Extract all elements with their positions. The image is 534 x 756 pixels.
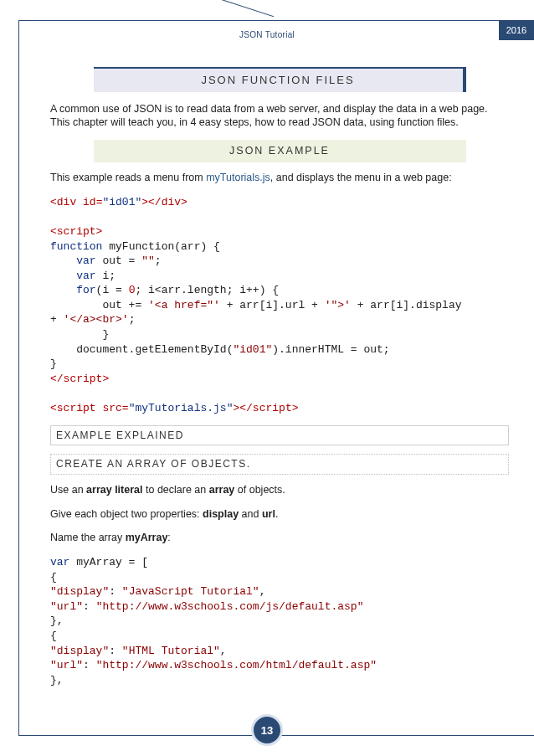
code-str: "" — [141, 255, 155, 267]
code-tag: <div — [50, 196, 83, 208]
subsection-explained: EXAMPLE EXPLAINED — [50, 425, 509, 445]
code-text: : — [109, 585, 122, 598]
section-banner-functions: JSON FUNCTION FILES — [94, 67, 466, 92]
code-text: , — [220, 645, 227, 657]
code-text: (i = — [96, 284, 129, 296]
text-bold: display — [203, 508, 239, 520]
code-attr: id — [83, 196, 96, 208]
code-text: , — [259, 585, 266, 598]
code-text: out += — [50, 299, 148, 311]
para-array-literal: Use an array literal to declare an array… — [50, 483, 509, 497]
text-bold: array — [209, 484, 235, 496]
text: Use an — [50, 484, 86, 496]
text: of objects. — [234, 484, 285, 496]
text-bold: myArray — [126, 532, 168, 543]
code-text: document.getElementById( — [50, 343, 233, 356]
content-area: JSON FUNCTION FILES A common use of JSON… — [50, 67, 509, 697]
code-str: "url" — [50, 659, 83, 671]
text: Name the array — [50, 532, 126, 543]
code-str: '</a><br>' — [64, 313, 129, 326]
code-str: '<a href="' — [148, 299, 220, 311]
text: to declare an — [143, 484, 209, 496]
text-bold: array literal — [86, 484, 142, 496]
code-text: : — [109, 645, 122, 657]
code-text: ; — [129, 313, 136, 326]
code-text: : — [83, 600, 96, 613]
code-kw: var — [50, 270, 96, 282]
code-str: "http://www.w3schools.com/html/default.a… — [96, 659, 377, 671]
code-text: } — [50, 328, 109, 341]
code-text: + arr[i].url + — [220, 299, 325, 311]
code-str: "id01" — [102, 196, 141, 208]
code-text: i; — [96, 270, 116, 282]
code-text: { — [50, 571, 57, 584]
code-str: "http://www.w3schools.com/js/default.asp… — [96, 600, 364, 613]
para-name-array: Name the array myArray: — [50, 531, 509, 545]
code-str: "JavaScript Tutorial" — [122, 585, 259, 598]
code-block-2: var myArray = [ { "display": "JavaScript… — [50, 555, 509, 687]
code-str: "id01" — [233, 343, 272, 356]
code-str: "HTML Tutorial" — [122, 645, 220, 657]
code-text: out = — [96, 255, 142, 267]
text: This example reads a menu from — [50, 172, 206, 183]
code-kw: for — [50, 284, 96, 296]
code-str: "display" — [50, 645, 109, 657]
intro-paragraph: A common use of JSON is to read data fro… — [50, 102, 509, 131]
text: Give each object two properties: — [50, 508, 203, 520]
document-title: JSON Tutorial — [0, 30, 534, 39]
code-str: "myTutorials.js" — [129, 402, 234, 414]
code-text: }, — [50, 674, 64, 687]
section-banner-example: JSON EXAMPLE — [94, 140, 466, 162]
code-tag: </script> — [50, 373, 109, 385]
para-properties: Give each object two properties: display… — [50, 507, 509, 522]
code-str: "display" — [50, 585, 109, 598]
code-text: { — [50, 630, 57, 642]
code-tag: <script> — [50, 225, 102, 238]
text: . — [275, 508, 278, 520]
code-text: + arr[i].display — [351, 299, 462, 311]
code-text: ; — [155, 255, 162, 267]
page: 2016 JSON Tutorial JSON FUNCTION FILES A… — [0, 0, 534, 756]
code-text: myArray = [ — [69, 556, 148, 568]
text: and — [239, 508, 262, 520]
code-text: myFunction(arr) { — [102, 240, 219, 253]
code-text: ; i<arr.length; i++) { — [135, 284, 279, 296]
text: , and displays the menu in a web page: — [270, 172, 452, 183]
code-str: "url" — [50, 600, 83, 613]
example-intro: This example reads a menu from myTutoria… — [50, 171, 509, 185]
code-kw: var — [50, 556, 69, 568]
code-eq: = — [122, 402, 129, 414]
code-text: }, — [50, 615, 64, 627]
code-text: ).innerHTML = out; — [272, 343, 389, 356]
text: : — [167, 532, 170, 543]
code-str: '">' — [325, 299, 351, 311]
code-kw: var — [50, 255, 96, 267]
file-link: myTutorials.js — [206, 172, 270, 183]
subsection-create-array: CREATE AN ARRAY OF OBJECTS. — [50, 454, 509, 474]
code-text: + — [50, 313, 64, 326]
code-kw: function — [50, 240, 102, 253]
text-bold: url — [262, 508, 275, 520]
code-tag: <script — [50, 402, 102, 414]
page-number-badge: 13 — [251, 714, 283, 746]
code-tag: ></script> — [233, 402, 298, 414]
code-attr: src — [102, 402, 121, 414]
code-text: } — [50, 357, 57, 370]
code-block-1: <div id="id01"></div> <script> function … — [50, 195, 509, 415]
code-tag: ></div> — [141, 196, 187, 208]
code-text: : — [83, 659, 96, 671]
